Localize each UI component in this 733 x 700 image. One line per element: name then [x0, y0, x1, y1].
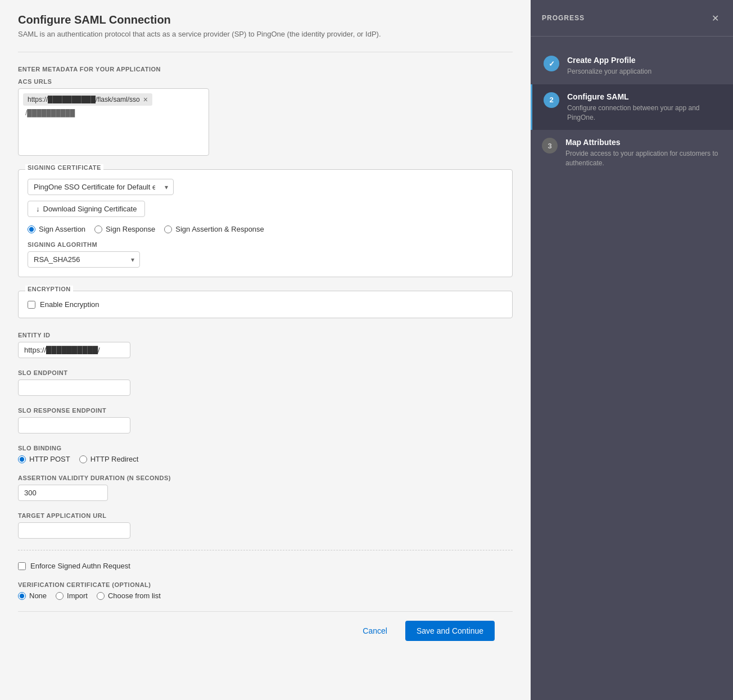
- encryption-legend: ENCRYPTION: [25, 286, 73, 292]
- sign-assertion-label: Sign Assertion: [39, 225, 85, 233]
- vc-none-radio[interactable]: [18, 592, 26, 600]
- entity-id-input[interactable]: [18, 342, 130, 358]
- encryption-box: ENCRYPTION Enable Encryption: [18, 291, 513, 318]
- step-2-num-text: 2: [549, 96, 553, 104]
- enforce-signed-authn-option[interactable]: Enforce Signed Authn Request: [18, 562, 513, 570]
- page-title: Configure SAML Connection: [18, 13, 513, 26]
- slo-binding-label: SLO BINDING: [18, 445, 513, 451]
- http-redirect-radio[interactable]: [79, 455, 87, 463]
- acs-urls-box: https://██████████/flask/saml/sso × /███…: [18, 88, 209, 156]
- target-app-url-label: TARGET APPLICATION URL: [18, 512, 513, 519]
- sign-assertion-response-option[interactable]: Sign Assertion & Response: [164, 225, 264, 233]
- step-2-content: Configure SAML Configure connection betw…: [567, 92, 722, 123]
- slo-endpoint-label: SLO ENDPOINT: [18, 369, 513, 376]
- step-3-title: Map Attributes: [565, 138, 722, 147]
- download-cert-button[interactable]: ↓ Download Signing Certificate: [28, 201, 145, 217]
- download-icon: ↓: [36, 205, 40, 213]
- assertion-validity-label: ASSERTION VALIDITY DURATION (N SECONDS): [18, 475, 513, 481]
- verification-cert-label: VERIFICATION CERTIFICATE (OPTIONAL): [18, 581, 513, 588]
- vc-choose-option[interactable]: Choose from list: [97, 591, 161, 600]
- slo-response-endpoint-field: SLO RESPONSE ENDPOINT: [18, 407, 513, 433]
- progress-step-2[interactable]: 2 Configure SAML Configure connection be…: [531, 84, 733, 130]
- middle-divider: [18, 550, 513, 550]
- slo-response-endpoint-input[interactable]: [18, 417, 130, 433]
- page-subtitle: SAML is an authentication protocol that …: [18, 30, 513, 38]
- vc-none-label: None: [29, 591, 47, 600]
- enforce-signed-authn-field: Enforce Signed Authn Request: [18, 562, 513, 570]
- main-content: Configure SAML Connection SAML is an aut…: [0, 0, 531, 700]
- step-1-desc: Personalize your application: [567, 67, 651, 76]
- sign-response-option[interactable]: Sign Response: [94, 225, 155, 233]
- metadata-label: ENTER METADATA FOR YOUR APPLICATION: [18, 66, 513, 73]
- target-app-url-field: TARGET APPLICATION URL: [18, 512, 513, 539]
- slo-binding-field: SLO BINDING HTTP POST HTTP Redirect: [18, 445, 513, 463]
- progress-step-3[interactable]: 3 Map Attributes Provide access to your …: [531, 130, 733, 176]
- vc-import-label: Import: [67, 591, 88, 600]
- close-sidebar-button[interactable]: ✕: [708, 11, 722, 25]
- signing-alg-select[interactable]: RSA_SHA256 RSA_SHA384 RSA_SHA512: [28, 251, 140, 268]
- step-3-num-text: 3: [548, 142, 551, 150]
- signing-certificate-box: SIGNING CERTIFICATE PingOne SSO Certific…: [18, 169, 513, 277]
- vc-choose-radio[interactable]: [97, 592, 105, 600]
- step-3-number: 3: [542, 138, 558, 153]
- signing-alg-wrapper[interactable]: RSA_SHA256 RSA_SHA384 RSA_SHA512: [28, 251, 140, 268]
- http-redirect-option[interactable]: HTTP Redirect: [79, 455, 139, 463]
- enable-encryption-checkbox[interactable]: [28, 301, 35, 309]
- signing-alg-label: SIGNING ALGORITHM: [28, 241, 503, 248]
- enable-encryption-option[interactable]: Enable Encryption: [28, 300, 503, 309]
- step-1-title: Create App Profile: [567, 56, 651, 65]
- sign-assertion-option[interactable]: Sign Assertion: [28, 225, 85, 233]
- sign-response-radio[interactable]: [94, 225, 102, 233]
- http-post-option[interactable]: HTTP POST: [18, 455, 70, 463]
- verification-cert-field: VERIFICATION CERTIFICATE (OPTIONAL) None…: [18, 581, 513, 600]
- assertion-validity-field: ASSERTION VALIDITY DURATION (N SECONDS): [18, 475, 513, 501]
- progress-sidebar: PROGRESS ✕ ✓ Create App Profile Personal…: [531, 0, 733, 700]
- top-divider: [18, 52, 513, 52]
- assertion-validity-input[interactable]: [18, 485, 108, 501]
- http-post-label: HTTP POST: [29, 455, 70, 463]
- acs-url-text: https://██████████/flask/saml/sso: [28, 96, 140, 103]
- http-post-radio[interactable]: [18, 455, 26, 463]
- enforce-signed-authn-label: Enforce Signed Authn Request: [30, 562, 130, 570]
- download-cert-label: Download Signing Certificate: [43, 205, 137, 213]
- enable-encryption-label: Enable Encryption: [40, 300, 99, 309]
- signing-cert-legend: SIGNING CERTIFICATE: [25, 164, 103, 171]
- progress-step-1[interactable]: ✓ Create App Profile Personalize your ap…: [531, 48, 733, 84]
- entity-id-label: ENTITY ID: [18, 332, 513, 338]
- vc-none-option[interactable]: None: [18, 591, 47, 600]
- step-2-title: Configure SAML: [567, 92, 722, 101]
- vc-import-radio[interactable]: [56, 592, 64, 600]
- target-app-url-input[interactable]: [18, 522, 130, 539]
- step-3-desc: Provide access to your application for c…: [565, 149, 722, 168]
- cancel-button[interactable]: Cancel: [354, 622, 396, 640]
- step-3-content: Map Attributes Provide access to your ap…: [565, 138, 722, 168]
- enforce-signed-authn-checkbox[interactable]: [18, 562, 26, 570]
- vc-choose-label: Choose from list: [108, 591, 161, 600]
- slo-endpoint-input[interactable]: [18, 380, 130, 396]
- cert-select[interactable]: PingOne SSO Certificate for Default envi…: [28, 179, 174, 195]
- entity-id-field: ENTITY ID: [18, 332, 513, 358]
- sign-assertion-response-radio[interactable]: [164, 225, 172, 233]
- step-2-number: 2: [544, 92, 559, 108]
- vc-import-option[interactable]: Import: [56, 591, 88, 600]
- step-1-number: ✓: [544, 56, 559, 71]
- save-continue-button[interactable]: Save and Continue: [405, 621, 495, 641]
- verification-cert-group: None Import Choose from list: [18, 591, 513, 600]
- step-2-desc: Configure connection between your app an…: [567, 103, 722, 123]
- sign-response-label: Sign Response: [106, 225, 155, 233]
- slo-response-endpoint-label: SLO RESPONSE ENDPOINT: [18, 407, 513, 414]
- acs-url-line2: /██████████: [23, 108, 204, 118]
- acs-url-remove-icon[interactable]: ×: [143, 96, 148, 103]
- progress-steps: ✓ Create App Profile Personalize your ap…: [531, 37, 733, 187]
- sign-options-group: Sign Assertion Sign Response Sign Assert…: [28, 225, 503, 233]
- metadata-section: ENTER METADATA FOR YOUR APPLICATION ACS …: [18, 66, 513, 156]
- http-redirect-label: HTTP Redirect: [91, 455, 139, 463]
- sidebar-header: PROGRESS ✕: [531, 11, 733, 37]
- footer: Cancel Save and Continue: [18, 611, 513, 650]
- sign-assertion-radio[interactable]: [28, 225, 35, 233]
- sidebar-title: PROGRESS: [542, 14, 585, 22]
- acs-urls-label: ACS URLS: [18, 78, 513, 85]
- slo-binding-group: HTTP POST HTTP Redirect: [18, 455, 513, 463]
- cert-select-wrapper[interactable]: PingOne SSO Certificate for Default envi…: [28, 179, 174, 195]
- step-1-checkmark: ✓: [549, 60, 555, 68]
